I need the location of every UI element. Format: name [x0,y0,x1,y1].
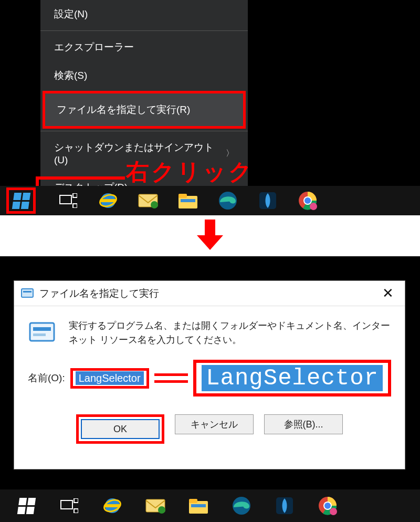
ie-icon[interactable] [97,189,120,212]
svg-rect-8 [178,194,187,198]
menu-divider [40,30,248,31]
taskview-icon[interactable] [57,189,80,212]
svg-rect-31 [189,499,197,503]
svg-rect-23 [61,500,72,509]
run-dialog-titlebar: ファイル名を指定して実行 ✕ [14,281,405,306]
run-input-field[interactable]: LangSelector [76,371,144,385]
annotation-connector [154,373,188,383]
svg-rect-25 [74,509,78,513]
run-dialog-body: 実行するプログラム名、または開くフォルダーやドキュメント名、インターネット リソ… [14,306,405,352]
screenshot-bottom-panel: ファイル名を指定して実行 ✕ 実行するプログラム名、または開くフォルダーやドキュ… [0,256,420,489]
menu-item-label: エクスプローラー [54,40,134,54]
ie-icon[interactable] [101,494,124,517]
windows-logo-icon [17,498,35,514]
run-dialog: ファイル名を指定して実行 ✕ 実行するプログラム名、または開くフォルダーやドキュ… [14,280,405,469]
run-dialog-description: 実行するプログラム名、または開くフォルダーやドキュメント名、インターネット リソ… [69,319,391,347]
svg-point-6 [151,201,158,208]
start-button[interactable] [6,187,36,214]
svg-rect-20 [30,323,54,341]
svg-marker-17 [197,235,223,250]
svg-rect-24 [74,498,78,503]
menu-item-label: 検索(S) [54,69,87,82]
run-input-label: 名前(O): [28,371,65,385]
svg-point-38 [330,508,337,515]
edge-icon[interactable] [216,189,239,212]
chrome-icon[interactable] [296,189,319,212]
annotation-input-highlight: LangSelector [70,368,149,389]
run-dialog-buttons: OK キャンセル 参照(B)... [14,404,405,457]
menu-item-label: ファイル名を指定して実行(R) [57,103,190,117]
button-label: 参照(B)... [284,418,323,431]
run-body-icon [28,319,56,347]
ok-button[interactable]: OK [81,419,160,439]
svg-rect-18 [22,289,33,297]
svg-point-14 [304,197,311,204]
svg-point-29 [158,506,165,514]
menu-item-settings[interactable]: 設定(N) [40,0,248,28]
taskbar-top [0,186,420,215]
taskview-icon[interactable] [58,494,81,517]
mail-icon[interactable] [136,189,160,212]
windows-logo-icon [12,193,30,209]
browse-button[interactable]: 参照(B)... [264,414,343,434]
start-button[interactable] [15,494,38,517]
menu-item-label: 設定(N) [54,7,88,21]
screenshot-top-panel: 設定(N) エクスプローラー 検索(S) ファイル名を指定して実行(R) シャッ… [0,0,420,215]
cancel-button[interactable]: キャンセル [175,414,254,434]
svg-rect-19 [23,291,32,293]
svg-rect-21 [33,327,51,331]
svg-rect-9 [181,199,195,202]
svg-rect-16 [205,220,215,235]
run-dialog-input-row: 名前(O): LangSelector LangSelector [14,352,405,404]
button-label: キャンセル [191,418,238,431]
close-button[interactable]: ✕ [377,283,398,304]
file-explorer-icon[interactable] [176,189,200,212]
mail-icon[interactable] [144,494,167,517]
edge-icon[interactable] [230,494,253,517]
svg-rect-1 [73,193,77,197]
annotation-zoom-text: LangSelector [202,365,383,391]
svg-rect-0 [60,195,71,204]
down-arrow-icon [194,220,226,251]
svg-rect-32 [191,504,206,507]
button-label: OK [113,424,127,435]
menu-item-explorer[interactable]: エクスプローラー [40,33,248,61]
file-explorer-icon[interactable] [187,494,210,517]
annotation-ok-highlight: OK [76,414,164,444]
menu-divider [40,131,248,131]
taskbar-bottom [0,489,420,522]
svg-rect-2 [73,204,77,208]
svg-rect-22 [33,333,46,336]
svg-point-37 [324,503,331,509]
annotation-zoom-box: LangSelector [193,360,391,396]
chrome-icon[interactable] [316,494,339,517]
photoshop-icon[interactable] [256,189,279,212]
menu-item-search[interactable]: 検索(S) [40,61,248,90]
run-dialog-icon [20,287,34,300]
run-dialog-title: ファイル名を指定して実行 [39,287,377,300]
annotation-rightclick-label: 右クリック [126,156,254,187]
svg-point-15 [310,203,317,210]
photoshop-icon[interactable] [273,494,296,517]
annotation-line [36,176,125,180]
menu-item-run[interactable]: ファイル名を指定して実行(R) [43,91,246,129]
